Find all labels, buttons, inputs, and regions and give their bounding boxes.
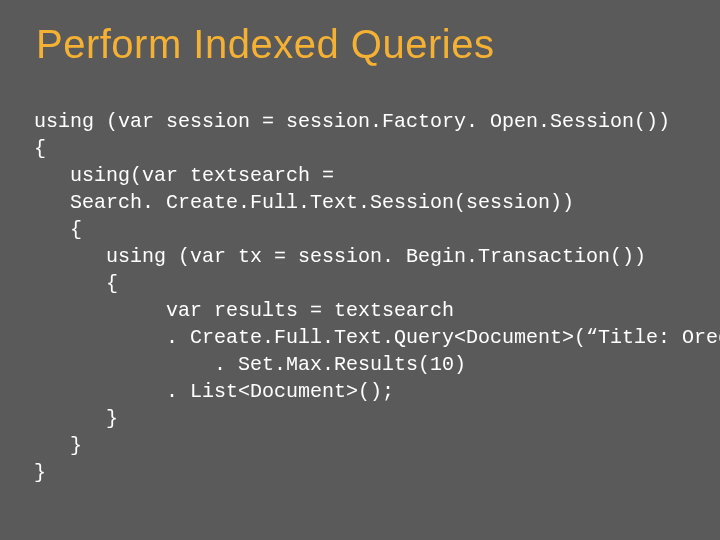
slide-title: Perform Indexed Queries: [36, 22, 690, 67]
code-block: using (var session = session.Factory. Op…: [34, 81, 690, 486]
code-line: {: [34, 218, 82, 241]
code-line: using (var tx = session. Begin.Transacti…: [34, 245, 646, 268]
code-line: Search. Create.Full.Text.Session(session…: [34, 191, 574, 214]
code-line: {: [34, 272, 118, 295]
code-line: }: [34, 434, 82, 457]
code-line: . Set.Max.Results(10): [34, 353, 466, 376]
code-line: var results = textsearch: [34, 299, 454, 322]
code-line: }: [34, 407, 118, 430]
code-line: using (var session = session.Factory. Op…: [34, 110, 670, 133]
code-line: . List<Document>();: [34, 380, 394, 403]
slide: Perform Indexed Queries using (var sessi…: [0, 0, 720, 540]
code-line: using(var textsearch =: [34, 164, 334, 187]
code-line: }: [34, 461, 46, 484]
code-line: . Create.Full.Text.Query<Document>(“Titl…: [34, 326, 720, 349]
code-line: {: [34, 137, 46, 160]
